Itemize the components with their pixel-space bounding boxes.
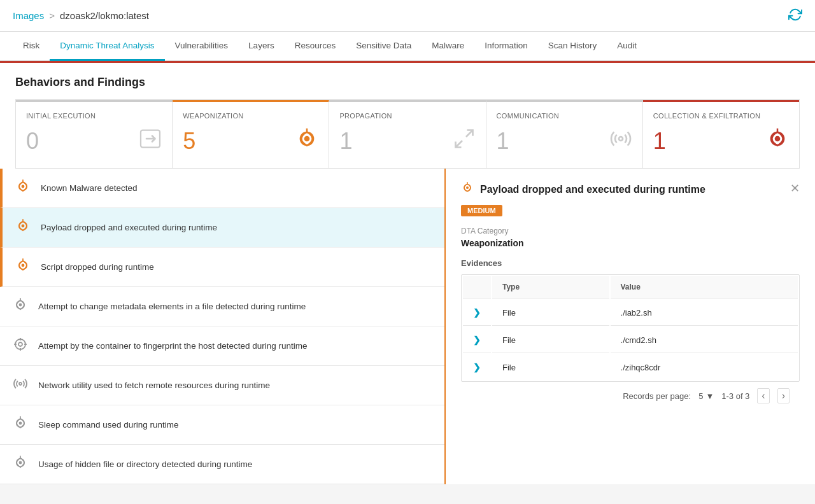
finding-text-8: Usage of hidden file or directory detect… (38, 459, 252, 469)
svg-point-28 (19, 382, 22, 385)
expand-btn-3[interactable]: ❯ (473, 362, 481, 372)
evidence-row-2[interactable]: ❯ File ./cmd2.sh (463, 327, 798, 353)
tab-malware[interactable]: Malware (422, 32, 474, 61)
breadcrumb: Images > dzoask2/lokmo:latest (13, 10, 149, 21)
tab-scan-history[interactable]: Scan History (538, 32, 607, 61)
svg-line-4 (466, 130, 473, 137)
category-collection-exfiltration[interactable]: Collection & Exfiltration 1 (643, 100, 799, 168)
refresh-button[interactable] (788, 8, 802, 24)
finding-icon-3 (15, 258, 31, 276)
svg-point-22 (15, 339, 25, 349)
finding-icon-5 (13, 337, 28, 355)
finding-item-4[interactable]: Attempt to change metadata elements in a… (0, 287, 444, 326)
evidence-type-1: File (492, 300, 609, 326)
tab-sensitive-data[interactable]: Sensitive Data (346, 32, 422, 61)
svg-point-19 (19, 304, 22, 307)
evidence-value-2: ./cmd2.sh (611, 327, 798, 353)
tab-layers[interactable]: Layers (238, 32, 285, 61)
finding-item-2[interactable]: Payload dropped and executed during runt… (0, 208, 444, 248)
records-dropdown-icon: ▼ (705, 391, 714, 401)
category-label-communication: Communication (497, 112, 632, 120)
collection-exfiltration-icon (766, 127, 789, 155)
svg-line-5 (455, 141, 462, 148)
breadcrumb-separator: > (49, 10, 55, 21)
finding-text-2: Payload dropped and executed during runt… (41, 223, 217, 232)
svg-point-13 (22, 225, 25, 228)
expand-btn-2[interactable]: ❯ (473, 335, 481, 345)
tab-information[interactable]: Information (474, 32, 538, 61)
svg-point-7 (775, 136, 781, 142)
detail-header: Payload dropped and executed during runt… (461, 181, 800, 197)
prev-page-button[interactable]: ‹ (757, 388, 769, 403)
records-per-page-label: Records per page: (623, 391, 691, 401)
finding-text-7: Sleep command used during runtime (38, 420, 179, 430)
category-count-communication: 1 (497, 128, 509, 155)
tab-resources[interactable]: Resources (285, 32, 346, 61)
category-initial-execution[interactable]: Initial Execution 0 (16, 100, 173, 168)
svg-point-35 (466, 186, 469, 189)
finding-item-8[interactable]: Usage of hidden file or directory detect… (0, 445, 444, 484)
records-count-value: 5 (698, 391, 703, 401)
behaviors-title: Behaviors and Findings (15, 76, 800, 89)
svg-point-6 (619, 137, 623, 141)
breadcrumb-image-name: dzoask2/lokmo:latest (60, 10, 149, 21)
evidence-type-3: File (492, 354, 609, 380)
communication-icon (609, 127, 632, 155)
category-count-propagation: 1 (339, 128, 352, 155)
category-count-weaponization: 5 (183, 128, 195, 155)
detail-panel: Payload dropped and executed during runt… (446, 169, 815, 484)
category-label-propagation: Propagation (339, 112, 475, 120)
category-label-initial: Initial Execution (26, 112, 162, 120)
tab-dynamic-threat-analysis[interactable]: Dynamic Threat Analysis (50, 32, 164, 61)
finding-icon-2 (15, 218, 31, 237)
detail-title: Payload dropped and executed during runt… (480, 184, 705, 195)
category-propagation[interactable]: Propagation 1 (329, 100, 486, 168)
category-count-collection: 1 (653, 128, 666, 155)
initial-execution-icon (139, 127, 162, 155)
evidence-type-2: File (492, 327, 609, 353)
next-page-button[interactable]: › (777, 388, 790, 403)
svg-point-10 (22, 185, 25, 188)
expand-btn-1[interactable]: ❯ (473, 307, 481, 318)
finding-item-1[interactable]: Known Malware detected (0, 169, 444, 208)
finding-text-5: Attempt by the container to fingerprint … (38, 341, 308, 351)
evidence-col-type: Type (492, 276, 609, 298)
finding-icon-7 (13, 416, 28, 434)
category-label-collection: Collection & Exfiltration (653, 112, 789, 120)
tab-audit[interactable]: Audit (607, 32, 647, 61)
finding-icon-1 (15, 179, 31, 197)
finding-item-7[interactable]: Sleep command used during runtime (0, 405, 444, 445)
evidences-label: Evidences (461, 258, 800, 268)
severity-badge: MEDIUM (461, 205, 502, 216)
evidence-value-1: ./iab2.sh (611, 300, 798, 326)
page-info: 1-3 of 3 (721, 391, 749, 401)
evidence-table: Type Value ❯ File ./iab2.sh ❯ File ./cmd… (461, 274, 800, 382)
finding-text-4: Attempt to change metadata elements in a… (38, 302, 306, 311)
findings-list: Known Malware detected Payload dropped a… (0, 169, 446, 484)
nav-tabs: Risk Dynamic Threat Analysis Vulnerabili… (0, 32, 815, 61)
category-weaponization[interactable]: Weaponization 5 (173, 100, 329, 168)
detail-title-row: Payload dropped and executed during runt… (461, 181, 705, 197)
tab-vulnerabilities[interactable]: Vulnerabilities (165, 32, 239, 61)
finding-text-3: Script dropped during runtime (41, 262, 154, 272)
close-button[interactable]: ✕ (790, 181, 800, 195)
finding-item-6[interactable]: Network utility used to fetch remote res… (0, 366, 444, 405)
records-count-select[interactable]: 5 ▼ (698, 391, 714, 401)
top-bar: Images > dzoask2/lokmo:latest (0, 0, 815, 32)
evidence-row-3[interactable]: ❯ File ./zihqc8cdr (463, 354, 798, 380)
category-communication[interactable]: Communication 1 (486, 100, 643, 168)
detail-header-icon (461, 181, 474, 197)
finding-item-5[interactable]: Attempt by the container to fingerprint … (0, 326, 444, 366)
finding-icon-8 (13, 455, 28, 473)
finding-icon-4 (13, 297, 28, 316)
finding-icon-6 (13, 376, 28, 395)
svg-point-1 (304, 136, 310, 142)
evidence-col-value: Value (611, 276, 798, 298)
finding-item-3[interactable]: Script dropped during runtime (0, 248, 444, 287)
category-label-weaponization: Weaponization (183, 112, 318, 120)
finding-text-1: Known Malware detected (41, 183, 138, 193)
evidence-row-1[interactable]: ❯ File ./iab2.sh (463, 300, 798, 326)
dta-category-label: DTA Category (461, 227, 800, 235)
breadcrumb-images-link[interactable]: Images (13, 10, 44, 21)
tab-risk[interactable]: Risk (13, 32, 50, 61)
